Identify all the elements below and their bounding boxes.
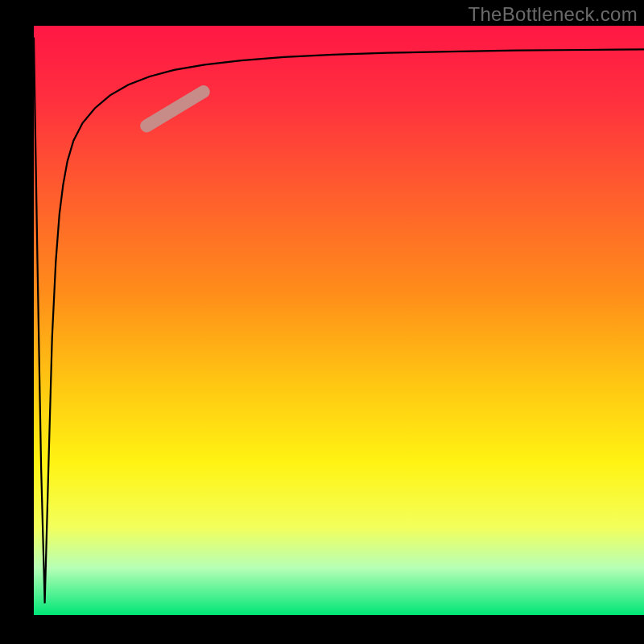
chart-stage: TheBottleneck.com [0,0,644,644]
bottleneck-chart [0,0,644,644]
plot-background [34,26,644,615]
watermark-text: TheBottleneck.com [468,3,638,26]
